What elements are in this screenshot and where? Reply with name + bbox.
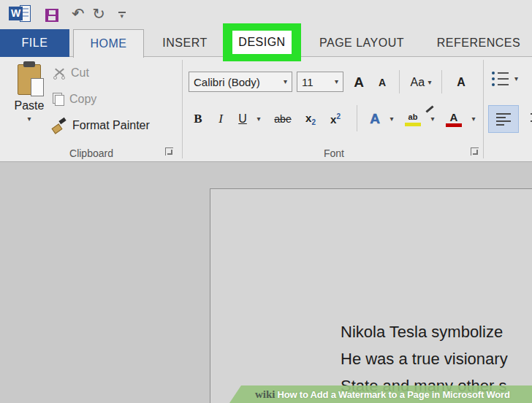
strikethrough-label: abe [274, 113, 291, 125]
separator [357, 105, 357, 131]
ribbon: Paste ▾ Cut Copy Format Painter Clipboar… [0, 57, 532, 162]
clear-formatting-button[interactable]: A [449, 73, 474, 92]
paste-clipboard-icon [18, 64, 41, 95]
clipboard-group: Paste ▾ Cut Copy Format Painter Clipboar… [0, 57, 183, 161]
align-center-button[interactable] [522, 105, 532, 133]
underline-dropdown-icon[interactable]: ▾ [253, 108, 265, 130]
paste-label: Paste [9, 99, 50, 112]
font-color-bar [446, 123, 462, 127]
strikethrough-button[interactable]: abe [269, 108, 297, 130]
grow-font-letter: A [354, 74, 364, 91]
font-size-value: 11 [302, 76, 335, 88]
group-divider [483, 60, 484, 158]
font-dialog-launcher-icon[interactable] [471, 147, 479, 156]
shrink-font-button[interactable]: A [373, 73, 392, 92]
change-case-label: Aa [410, 76, 425, 89]
word-window: W ↶ ▾ ↻ ▾ FILE HOME INSERT PAGE LAYOUT R… [0, 0, 532, 403]
redo-icon[interactable]: ↻ [92, 4, 105, 23]
paragraph-group: ▾ [484, 57, 532, 161]
quick-access-toolbar: W ↶ ▾ ↻ ▾ [9, 4, 126, 23]
tab-file[interactable]: FILE [0, 29, 69, 57]
superscript-digit: 2 [336, 112, 341, 120]
italic-button[interactable]: I [212, 108, 229, 130]
bold-label: B [194, 112, 202, 126]
tab-page-layout[interactable]: PAGE LAYOUT [313, 29, 411, 57]
subscript-button[interactable]: x2 [300, 108, 322, 130]
cut-label: Cut [71, 66, 89, 80]
paste-dropdown-icon[interactable]: ▾ [9, 115, 50, 123]
undo-control[interactable]: ↶ ▾ [72, 4, 79, 23]
font-color-button[interactable]: A [441, 108, 466, 130]
text-highlight-dropdown-icon[interactable]: ▾ [427, 108, 438, 130]
copy-button[interactable]: Copy [53, 91, 96, 108]
separator [399, 70, 400, 93]
clipboard-group-label: Clipboard [0, 147, 183, 159]
bold-button[interactable]: B [189, 108, 208, 130]
font-name-combobox[interactable]: Calibri (Body) ▾ [189, 72, 292, 92]
copy-label: Copy [69, 93, 96, 106]
clear-formatting-letter: A [457, 76, 466, 89]
subscript-digit: 2 [311, 118, 316, 126]
shrink-font-letter: A [379, 77, 386, 88]
design-tab-highlight-box: DESIGN [223, 23, 301, 61]
change-case-button[interactable]: Aa ▾ [405, 73, 437, 92]
text-highlight-button[interactable]: ab [400, 108, 425, 130]
font-group-label: Font [184, 147, 484, 159]
highlight-letters: ab [408, 112, 418, 122]
paste-button[interactable]: Paste ▾ [9, 63, 50, 142]
document-text-line: He was a true visionary [341, 350, 508, 369]
text-effects-letter: A [370, 111, 380, 127]
font-name-value: Calibri (Body) [194, 76, 284, 88]
wikihow-caption-bar: wiki How to Add a Watermark to a Page in… [229, 385, 532, 403]
grow-font-button[interactable]: A [349, 73, 368, 92]
format-painter-label: Format Painter [72, 119, 150, 132]
word-app-icon[interactable]: W [9, 4, 32, 23]
group-divider [182, 60, 183, 158]
clipboard-dialog-launcher-icon[interactable] [165, 147, 173, 156]
font-color-letter: A [450, 112, 458, 123]
tab-references[interactable]: REFERENCES [428, 29, 529, 57]
change-case-dropdown-icon[interactable]: ▾ [428, 79, 432, 86]
superscript-button[interactable]: x2 [324, 108, 346, 130]
highlight-color-bar [405, 123, 421, 126]
separator [441, 70, 442, 93]
align-left-button[interactable] [488, 105, 519, 133]
cut-button[interactable]: Cut [53, 64, 89, 82]
font-name-dropdown-icon[interactable]: ▾ [284, 78, 287, 85]
tab-design[interactable]: DESIGN [232, 31, 292, 54]
tab-insert[interactable]: INSERT [155, 29, 215, 57]
text-effects-dropdown-icon[interactable]: ▾ [386, 108, 398, 130]
font-color-dropdown-icon[interactable]: ▾ [468, 108, 479, 130]
save-icon[interactable] [45, 9, 58, 22]
tab-home[interactable]: HOME [73, 29, 144, 58]
align-left-icon [496, 113, 511, 126]
font-size-dropdown-icon[interactable]: ▾ [335, 78, 338, 85]
copy-icon [53, 93, 64, 106]
bullets-dropdown-icon[interactable]: ▾ [514, 75, 518, 82]
wikihow-brand: wiki [255, 388, 276, 401]
document-text-line: Nikola Tesla symbolize [341, 323, 503, 342]
caption-text: How to Add a Watermark to a Page in Micr… [278, 389, 510, 400]
format-painter-brush-icon [53, 118, 67, 133]
font-group: Calibri (Body) ▾ 11 ▾ A A Aa ▾ A [184, 57, 484, 161]
customize-quick-access-icon[interactable]: ▾ [118, 12, 126, 19]
word-icon-letter: W [9, 7, 23, 20]
format-painter-button[interactable]: Format Painter [53, 117, 150, 134]
italic-label: I [218, 112, 223, 126]
font-size-combobox[interactable]: 11 ▾ [297, 72, 343, 92]
scissors-icon [53, 66, 66, 80]
bullets-button[interactable]: ▾ [492, 72, 518, 86]
bullets-icon [492, 72, 509, 86]
document-page[interactable]: Nikola Tesla symbolize He was a true vis… [210, 188, 532, 403]
underline-label: U [238, 112, 247, 126]
underline-button[interactable]: U [234, 108, 251, 130]
text-effects-button[interactable]: A [364, 108, 386, 130]
undo-dropdown-icon[interactable]: ▾ [76, 9, 80, 23]
